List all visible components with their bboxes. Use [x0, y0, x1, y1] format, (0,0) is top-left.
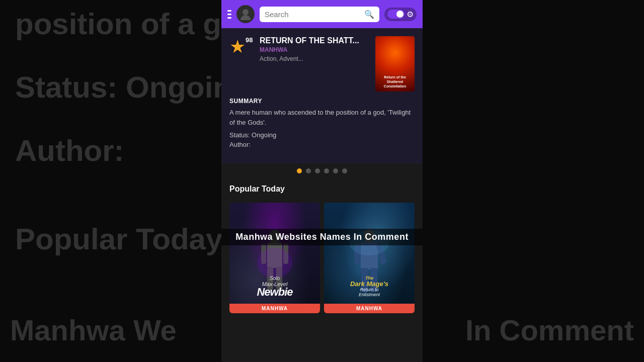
toggle-settings[interactable]: ⚙: [384, 8, 417, 21]
dot-2[interactable]: [306, 168, 311, 173]
header: 🔍 ⚙: [221, 0, 423, 28]
dot-5[interactable]: [333, 168, 338, 173]
cover-label: Return of theShatteredConstellation: [382, 75, 408, 88]
dot-6[interactable]: [342, 168, 347, 173]
author-text: Author:: [229, 141, 415, 148]
featured-top: ★ 98 RETURN OF THE SHATT... MANHWA Actio…: [229, 36, 415, 92]
app-panel: 🔍 ⚙ ★ 98 RETURN OF THE SHATT... MANHWA A…: [221, 0, 423, 362]
carousel-dots: [221, 163, 423, 178]
gear-icon[interactable]: ⚙: [407, 10, 414, 19]
menu-button[interactable]: [227, 10, 231, 19]
bg-text-bottom-left: Manhwa We: [10, 313, 177, 347]
popular-title: Popular Today: [229, 185, 415, 194]
svg-point-7: [257, 248, 292, 278]
dark-mode-toggle[interactable]: [387, 10, 405, 19]
dot-4[interactable]: [324, 168, 329, 173]
manga-cover-2: The Dark Mage's Return to Enlistment: [324, 203, 415, 313]
avatar[interactable]: [236, 5, 255, 23]
manga-card-2[interactable]: The Dark Mage's Return to Enlistment MAN…: [324, 203, 415, 313]
featured-card: ★ 98 RETURN OF THE SHATT... MANHWA Actio…: [221, 28, 423, 163]
dot-3[interactable]: [315, 168, 320, 173]
status-text: Status: Ongoing: [229, 131, 415, 139]
solo-title-overlay: Solo Max-Level Newbie: [229, 276, 320, 297]
manga-badge-1: MANHWA: [229, 304, 320, 313]
dot-1[interactable]: [297, 168, 302, 173]
search-input[interactable]: [265, 10, 360, 19]
rating-badge: ★ 98: [229, 36, 254, 60]
summary-label: SUMMARY: [229, 98, 415, 105]
manga-badge-2: MANHWA: [324, 304, 415, 313]
popular-section: Popular Today: [221, 178, 423, 203]
summary-text: A mere human who ascended to the positio…: [229, 108, 415, 127]
manga-cover-1: Solo Max-Level Newbie: [229, 203, 320, 313]
svg-point-0: [243, 9, 249, 15]
manga-grid: Solo Max-Level Newbie MANHWA: [221, 203, 423, 313]
search-icon: 🔍: [364, 10, 374, 19]
manga-card-1[interactable]: Solo Max-Level Newbie MANHWA: [229, 203, 320, 313]
rating-number: 98: [246, 36, 253, 44]
bg-text-bottom-right: In Comment: [465, 313, 634, 347]
featured-type: MANHWA: [260, 46, 369, 53]
search-bar[interactable]: 🔍: [260, 7, 379, 22]
overlay-text: Manhwa Websites Names In Comment: [221, 229, 423, 245]
featured-cover[interactable]: Return of theShatteredConstellation: [375, 36, 415, 92]
featured-info: RETURN OF THE SHATT... MANHWA Action, Ad…: [260, 36, 369, 62]
featured-genres: Action, Advent...: [260, 55, 369, 62]
dark-mage-title-overlay: The Dark Mage's Return to Enlistment: [324, 276, 415, 297]
star-icon: ★: [229, 36, 246, 57]
featured-title[interactable]: RETURN OF THE SHATT...: [260, 36, 369, 45]
